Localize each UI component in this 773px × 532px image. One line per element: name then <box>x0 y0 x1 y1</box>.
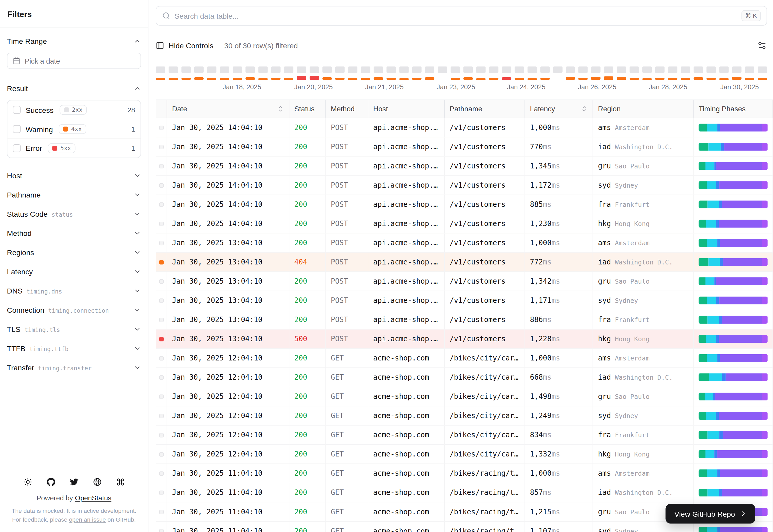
filter-option-warning[interactable]: Warning 4xx 1 <box>7 119 140 138</box>
open-issue-link[interactable]: open an issue <box>69 516 106 523</box>
timeline-bar-accent <box>707 78 716 80</box>
timeline-bar-success <box>720 66 729 73</box>
table-row[interactable]: Jan 30, 2025 12:04:10 200 GET acme-shop.… <box>156 349 773 368</box>
column-header-label: Date <box>172 105 187 113</box>
timeline-bar-success <box>540 66 549 73</box>
table-row[interactable]: Jan 30, 2025 13:04:10 200 POST api.acme-… <box>156 272 773 291</box>
table-row[interactable]: Jan 30, 2025 13:04:10 500 POST api.acme-… <box>156 330 773 349</box>
timing-segment-transfer <box>762 143 768 151</box>
github-icon[interactable] <box>46 478 55 486</box>
search-bar[interactable]: ⌘ K <box>156 6 767 26</box>
cell-date: Jan 30, 2025 14:04:10 <box>167 138 289 156</box>
filter-section-label: Connectiontiming.connection <box>7 306 109 314</box>
timing-segment-dns <box>699 354 707 362</box>
table-row[interactable]: Jan 30, 2025 11:04:10 200 GET acme-shop.… <box>156 483 773 502</box>
filter-section-ttfb[interactable]: TTFBtiming.ttfb <box>7 339 141 358</box>
globe-icon[interactable] <box>93 478 101 486</box>
filter-section-method[interactable]: Method <box>7 223 141 243</box>
table-row[interactable]: Jan 30, 2025 12:04:10 200 GET acme-shop.… <box>156 387 773 406</box>
cell-status: 500 <box>289 330 326 348</box>
cell-pathname: /v1/customers <box>445 195 525 214</box>
search-input[interactable] <box>174 12 737 20</box>
keyboard-shortcut-badge: ⌘ K <box>741 10 761 21</box>
filter-section-status-code[interactable]: Status Codestatus <box>7 204 141 223</box>
region-name: Amsterdam <box>615 239 650 246</box>
table-row[interactable]: Jan 30, 2025 14:04:10 200 POST api.acme-… <box>156 138 773 157</box>
table-row[interactable]: Jan 30, 2025 12:04:10 200 GET acme-shop.… <box>156 426 773 445</box>
column-header-label: Timing Phases <box>699 105 745 113</box>
table-row[interactable]: Jan 30, 2025 12:04:10 200 GET acme-shop.… <box>156 406 773 426</box>
filter-section-label: Transfertiming.transfer <box>7 363 92 372</box>
sort-icon <box>277 105 284 112</box>
twitter-icon[interactable] <box>70 478 78 486</box>
cell-status: 200 <box>289 445 326 463</box>
cell-region: iadWashington D.C. <box>593 138 694 156</box>
openstatus-link[interactable]: OpenStatus <box>75 494 111 502</box>
table-row[interactable]: Jan 30, 2025 14:04:10 200 POST api.acme-… <box>156 176 773 195</box>
filter-option-success[interactable]: Success 2xx 28 <box>7 100 140 119</box>
timeline-bar-accent <box>668 78 678 80</box>
table-row[interactable]: Jan 30, 2025 13:04:10 200 POST api.acme-… <box>156 291 773 310</box>
timeline-bar-accent <box>578 78 588 80</box>
latency-unit: ms <box>551 335 560 343</box>
filter-option-error[interactable]: Error 5xx 1 <box>7 138 140 157</box>
filter-section-transfer[interactable]: Transfertiming.transfer <box>7 358 141 377</box>
command-icon[interactable] <box>116 478 124 486</box>
timeline-chart[interactable]: Jan 18, 2025Jan 20, 2025Jan 21, 2025Jan … <box>156 66 767 93</box>
cell-status: 200 <box>289 464 326 483</box>
timeline-bar-success <box>655 66 665 73</box>
table-row[interactable]: Jan 30, 2025 13:04:10 404 POST api.acme-… <box>156 253 773 272</box>
cell-host: api.acme-shop.… <box>368 291 445 310</box>
filter-section-pathname[interactable]: Pathname <box>7 185 141 204</box>
table-row[interactable]: Jan 30, 2025 14:04:10 200 POST api.acme-… <box>156 214 773 234</box>
latency-unit: ms <box>551 239 560 247</box>
column-header-date[interactable]: Date <box>167 100 289 118</box>
timing-segment-transfer <box>762 431 768 439</box>
table-row[interactable]: Jan 30, 2025 13:04:10 200 POST api.acme-… <box>156 234 773 253</box>
view-options-button[interactable] <box>757 40 767 50</box>
filter-section-connection[interactable]: Connectiontiming.connection <box>7 300 141 319</box>
table-row[interactable]: Jan 30, 2025 11:04:10 200 GET acme-shop.… <box>156 464 773 483</box>
filter-section-result[interactable]: Result <box>7 77 141 99</box>
table-row[interactable]: Jan 30, 2025 14:04:10 200 POST api.acme-… <box>156 157 773 176</box>
timing-phases-bar <box>699 489 768 496</box>
cell-timing <box>694 483 773 502</box>
timing-segment-dns <box>699 412 706 420</box>
filter-sections: Host Pathname Status Codestatus Method R… <box>7 166 141 377</box>
table-row[interactable]: Jan 30, 2025 12:04:10 200 GET acme-shop.… <box>156 445 773 464</box>
table-row[interactable]: Jan 30, 2025 13:04:10 200 POST api.acme-… <box>156 310 773 330</box>
filter-section-latency[interactable]: Latency <box>7 262 141 281</box>
checkbox-success[interactable] <box>13 106 21 114</box>
checkbox-error[interactable] <box>13 144 21 152</box>
filter-section-dns[interactable]: DNStiming.dns <box>7 281 141 300</box>
timing-segment-connection <box>708 200 719 208</box>
timing-segment-transfer <box>762 508 768 516</box>
latency-value: 1,000 <box>530 239 551 247</box>
timeline-bar <box>592 66 601 80</box>
table-row[interactable]: Jan 30, 2025 14:04:10 200 POST api.acme-… <box>156 195 773 214</box>
timing-segment-dns <box>699 489 708 496</box>
hide-controls-button[interactable]: Hide Controls <box>156 41 214 49</box>
filter-section-code: status <box>51 211 73 218</box>
cell-latency: 1,498ms <box>525 387 593 406</box>
filter-section-tls[interactable]: TLStiming.tls <box>7 319 141 339</box>
status-badge-label: 2xx <box>72 107 83 113</box>
checkbox-warning[interactable] <box>13 125 21 133</box>
table-row[interactable]: Jan 30, 2025 12:04:10 200 GET acme-shop.… <box>156 368 773 387</box>
sun-icon[interactable] <box>23 478 32 486</box>
timeline-bar-success <box>732 66 742 73</box>
timeline-bar <box>553 66 562 80</box>
cell-status: 200 <box>289 368 326 387</box>
timing-segment-dns <box>699 239 707 247</box>
cell-level <box>156 138 167 156</box>
filter-section-time-range[interactable]: Time Range <box>7 30 141 52</box>
date-picker-button[interactable]: Pick a date <box>7 53 141 69</box>
view-github-repo-button[interactable]: View GitHub Repo <box>666 504 755 524</box>
table-row[interactable]: Jan 30, 2025 14:04:10 200 POST api.acme-… <box>156 118 773 138</box>
filter-section-regions[interactable]: Regions <box>7 243 141 262</box>
column-header-latency[interactable]: Latency <box>525 100 593 118</box>
filter-option-label: Success <box>26 106 54 114</box>
cell-pathname: /v1/customers <box>445 272 525 291</box>
filter-section-host[interactable]: Host <box>7 166 141 185</box>
timing-segment-tls <box>715 450 717 458</box>
